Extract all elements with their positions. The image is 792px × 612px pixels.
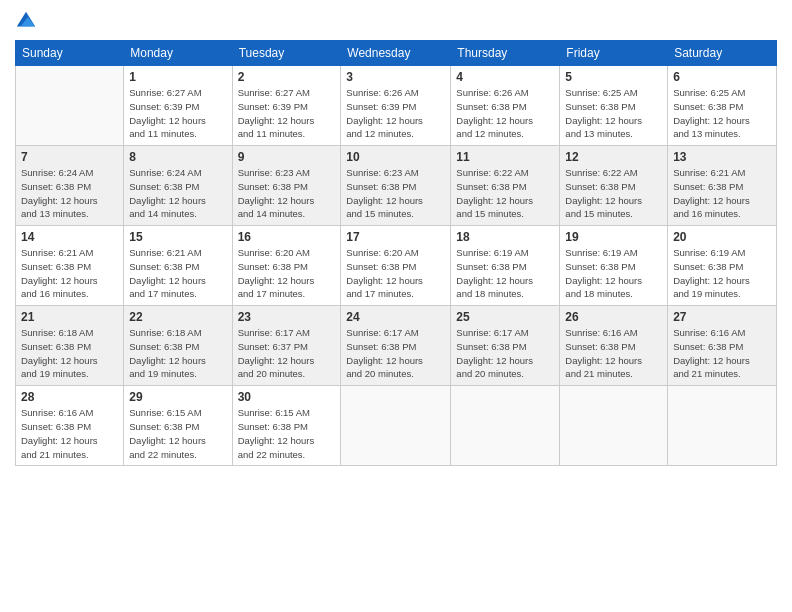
header <box>15 10 777 32</box>
day-number: 3 <box>346 70 445 84</box>
day-info: Sunrise: 6:25 AM Sunset: 6:38 PM Dayligh… <box>673 86 771 141</box>
day-number: 9 <box>238 150 336 164</box>
day-info: Sunrise: 6:18 AM Sunset: 6:38 PM Dayligh… <box>129 326 226 381</box>
week-row-5: 28Sunrise: 6:16 AM Sunset: 6:38 PM Dayli… <box>16 386 777 466</box>
day-cell <box>16 66 124 146</box>
day-cell: 25Sunrise: 6:17 AM Sunset: 6:38 PM Dayli… <box>451 306 560 386</box>
week-row-4: 21Sunrise: 6:18 AM Sunset: 6:38 PM Dayli… <box>16 306 777 386</box>
day-number: 22 <box>129 310 226 324</box>
day-cell: 7Sunrise: 6:24 AM Sunset: 6:38 PM Daylig… <box>16 146 124 226</box>
day-cell <box>451 386 560 466</box>
day-number: 30 <box>238 390 336 404</box>
day-number: 7 <box>21 150 118 164</box>
day-number: 23 <box>238 310 336 324</box>
day-cell <box>560 386 668 466</box>
day-cell: 18Sunrise: 6:19 AM Sunset: 6:38 PM Dayli… <box>451 226 560 306</box>
day-cell: 14Sunrise: 6:21 AM Sunset: 6:38 PM Dayli… <box>16 226 124 306</box>
day-header-monday: Monday <box>124 41 232 66</box>
day-number: 11 <box>456 150 554 164</box>
day-number: 20 <box>673 230 771 244</box>
day-number: 2 <box>238 70 336 84</box>
day-info: Sunrise: 6:19 AM Sunset: 6:38 PM Dayligh… <box>673 246 771 301</box>
day-cell: 22Sunrise: 6:18 AM Sunset: 6:38 PM Dayli… <box>124 306 232 386</box>
day-number: 28 <box>21 390 118 404</box>
day-number: 25 <box>456 310 554 324</box>
day-cell: 16Sunrise: 6:20 AM Sunset: 6:38 PM Dayli… <box>232 226 341 306</box>
day-cell: 24Sunrise: 6:17 AM Sunset: 6:38 PM Dayli… <box>341 306 451 386</box>
day-cell: 10Sunrise: 6:23 AM Sunset: 6:38 PM Dayli… <box>341 146 451 226</box>
day-number: 29 <box>129 390 226 404</box>
day-info: Sunrise: 6:27 AM Sunset: 6:39 PM Dayligh… <box>129 86 226 141</box>
day-number: 8 <box>129 150 226 164</box>
day-info: Sunrise: 6:27 AM Sunset: 6:39 PM Dayligh… <box>238 86 336 141</box>
day-info: Sunrise: 6:24 AM Sunset: 6:38 PM Dayligh… <box>129 166 226 221</box>
day-number: 26 <box>565 310 662 324</box>
day-info: Sunrise: 6:16 AM Sunset: 6:38 PM Dayligh… <box>565 326 662 381</box>
day-header-tuesday: Tuesday <box>232 41 341 66</box>
page: SundayMondayTuesdayWednesdayThursdayFrid… <box>0 0 792 612</box>
day-cell <box>668 386 777 466</box>
day-cell: 28Sunrise: 6:16 AM Sunset: 6:38 PM Dayli… <box>16 386 124 466</box>
day-cell: 19Sunrise: 6:19 AM Sunset: 6:38 PM Dayli… <box>560 226 668 306</box>
day-info: Sunrise: 6:23 AM Sunset: 6:38 PM Dayligh… <box>346 166 445 221</box>
day-info: Sunrise: 6:21 AM Sunset: 6:38 PM Dayligh… <box>21 246 118 301</box>
day-cell: 30Sunrise: 6:15 AM Sunset: 6:38 PM Dayli… <box>232 386 341 466</box>
header-row: SundayMondayTuesdayWednesdayThursdayFrid… <box>16 41 777 66</box>
day-number: 18 <box>456 230 554 244</box>
day-number: 6 <box>673 70 771 84</box>
day-info: Sunrise: 6:17 AM Sunset: 6:37 PM Dayligh… <box>238 326 336 381</box>
day-number: 5 <box>565 70 662 84</box>
day-info: Sunrise: 6:20 AM Sunset: 6:38 PM Dayligh… <box>346 246 445 301</box>
day-info: Sunrise: 6:16 AM Sunset: 6:38 PM Dayligh… <box>21 406 118 461</box>
day-cell: 8Sunrise: 6:24 AM Sunset: 6:38 PM Daylig… <box>124 146 232 226</box>
day-number: 24 <box>346 310 445 324</box>
day-cell: 4Sunrise: 6:26 AM Sunset: 6:38 PM Daylig… <box>451 66 560 146</box>
day-cell: 15Sunrise: 6:21 AM Sunset: 6:38 PM Dayli… <box>124 226 232 306</box>
day-info: Sunrise: 6:19 AM Sunset: 6:38 PM Dayligh… <box>565 246 662 301</box>
day-number: 1 <box>129 70 226 84</box>
calendar-table: SundayMondayTuesdayWednesdayThursdayFrid… <box>15 40 777 466</box>
day-info: Sunrise: 6:17 AM Sunset: 6:38 PM Dayligh… <box>456 326 554 381</box>
day-cell: 27Sunrise: 6:16 AM Sunset: 6:38 PM Dayli… <box>668 306 777 386</box>
day-info: Sunrise: 6:22 AM Sunset: 6:38 PM Dayligh… <box>456 166 554 221</box>
day-info: Sunrise: 6:15 AM Sunset: 6:38 PM Dayligh… <box>238 406 336 461</box>
day-cell: 6Sunrise: 6:25 AM Sunset: 6:38 PM Daylig… <box>668 66 777 146</box>
logo-icon <box>15 10 37 32</box>
day-header-wednesday: Wednesday <box>341 41 451 66</box>
day-cell: 5Sunrise: 6:25 AM Sunset: 6:38 PM Daylig… <box>560 66 668 146</box>
day-cell: 20Sunrise: 6:19 AM Sunset: 6:38 PM Dayli… <box>668 226 777 306</box>
day-info: Sunrise: 6:21 AM Sunset: 6:38 PM Dayligh… <box>129 246 226 301</box>
logo <box>15 10 41 32</box>
day-info: Sunrise: 6:20 AM Sunset: 6:38 PM Dayligh… <box>238 246 336 301</box>
day-number: 12 <box>565 150 662 164</box>
week-row-2: 7Sunrise: 6:24 AM Sunset: 6:38 PM Daylig… <box>16 146 777 226</box>
day-cell: 29Sunrise: 6:15 AM Sunset: 6:38 PM Dayli… <box>124 386 232 466</box>
day-cell: 3Sunrise: 6:26 AM Sunset: 6:39 PM Daylig… <box>341 66 451 146</box>
day-cell: 2Sunrise: 6:27 AM Sunset: 6:39 PM Daylig… <box>232 66 341 146</box>
day-cell: 21Sunrise: 6:18 AM Sunset: 6:38 PM Dayli… <box>16 306 124 386</box>
week-row-1: 1Sunrise: 6:27 AM Sunset: 6:39 PM Daylig… <box>16 66 777 146</box>
day-number: 19 <box>565 230 662 244</box>
day-header-sunday: Sunday <box>16 41 124 66</box>
day-info: Sunrise: 6:26 AM Sunset: 6:38 PM Dayligh… <box>456 86 554 141</box>
day-cell: 11Sunrise: 6:22 AM Sunset: 6:38 PM Dayli… <box>451 146 560 226</box>
day-cell: 17Sunrise: 6:20 AM Sunset: 6:38 PM Dayli… <box>341 226 451 306</box>
day-header-saturday: Saturday <box>668 41 777 66</box>
day-info: Sunrise: 6:19 AM Sunset: 6:38 PM Dayligh… <box>456 246 554 301</box>
day-number: 17 <box>346 230 445 244</box>
day-cell: 26Sunrise: 6:16 AM Sunset: 6:38 PM Dayli… <box>560 306 668 386</box>
day-cell: 13Sunrise: 6:21 AM Sunset: 6:38 PM Dayli… <box>668 146 777 226</box>
day-number: 10 <box>346 150 445 164</box>
day-info: Sunrise: 6:15 AM Sunset: 6:38 PM Dayligh… <box>129 406 226 461</box>
day-info: Sunrise: 6:24 AM Sunset: 6:38 PM Dayligh… <box>21 166 118 221</box>
day-info: Sunrise: 6:25 AM Sunset: 6:38 PM Dayligh… <box>565 86 662 141</box>
day-info: Sunrise: 6:26 AM Sunset: 6:39 PM Dayligh… <box>346 86 445 141</box>
day-number: 21 <box>21 310 118 324</box>
day-info: Sunrise: 6:23 AM Sunset: 6:38 PM Dayligh… <box>238 166 336 221</box>
day-header-friday: Friday <box>560 41 668 66</box>
day-number: 27 <box>673 310 771 324</box>
day-header-thursday: Thursday <box>451 41 560 66</box>
week-row-3: 14Sunrise: 6:21 AM Sunset: 6:38 PM Dayli… <box>16 226 777 306</box>
day-info: Sunrise: 6:18 AM Sunset: 6:38 PM Dayligh… <box>21 326 118 381</box>
day-number: 16 <box>238 230 336 244</box>
